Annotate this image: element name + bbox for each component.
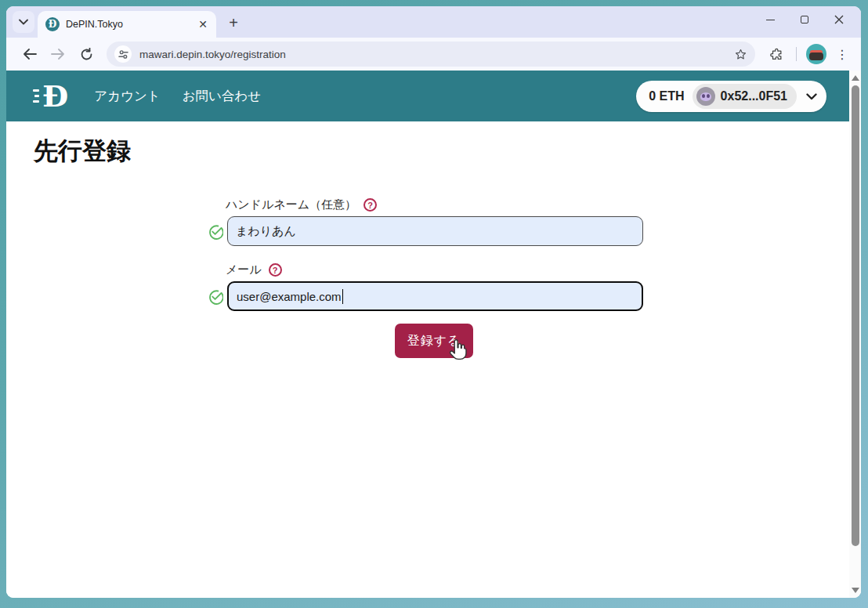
scrollbar-thumb[interactable]	[852, 85, 859, 546]
desktop-frame: Đ DePIN.Tokyo ✕ +	[0, 0, 868, 608]
nav-link-contact[interactable]: お問い合わせ	[183, 88, 262, 105]
wallet-button[interactable]: 0 ETH 0x52...0F51	[636, 81, 826, 112]
email-valid-check-icon	[208, 289, 223, 305]
triangle-down-icon	[852, 588, 859, 593]
browser-toolbar: mawari.depin.tokyo/registration ⋮	[6, 38, 861, 71]
reload-icon	[80, 48, 93, 61]
window-close-button[interactable]	[822, 8, 856, 31]
handle-label-row: ハンドルネーム（任意） ?	[226, 197, 377, 212]
bookmark-star-button[interactable]	[734, 48, 747, 61]
forward-button[interactable]	[45, 42, 71, 67]
tab-search-button[interactable]	[13, 11, 34, 33]
wallet-account-chip: 0x52...0F51	[693, 84, 797, 109]
browser-menu-button[interactable]: ⋮	[831, 43, 853, 65]
toolbar-divider	[796, 47, 797, 61]
close-icon	[834, 15, 844, 24]
page-scrollbar[interactable]	[849, 71, 861, 598]
handle-valid-check-icon	[208, 224, 223, 240]
site-nav: アカウント お問い合わせ	[94, 88, 261, 105]
email-label: メール	[226, 262, 262, 277]
scrollbar-down-button[interactable]	[849, 584, 861, 596]
back-arrow-icon	[23, 49, 37, 60]
url-text[interactable]: mawari.depin.tokyo/registration	[139, 49, 726, 60]
scrollbar-up-button[interactable]	[849, 72, 861, 84]
nav-link-account[interactable]: アカウント	[94, 88, 160, 105]
url-bar[interactable]: mawari.depin.tokyo/registration	[107, 42, 755, 67]
logo-dashes-icon	[33, 89, 39, 103]
handle-input-value: まわりあん	[236, 224, 296, 239]
new-tab-button[interactable]: +	[222, 12, 244, 34]
logo-letter: Đ	[42, 81, 67, 111]
page-content: Đ アカウント お問い合わせ 0 ETH 0x52...0F51	[6, 71, 861, 598]
extensions-button[interactable]	[763, 42, 788, 67]
email-label-row: メール ?	[226, 262, 282, 277]
email-input[interactable]: user@example.com	[227, 281, 643, 311]
reload-button[interactable]	[74, 42, 99, 67]
site-favicon-icon: Đ	[45, 17, 60, 31]
handle-input[interactable]: まわりあん	[227, 216, 643, 246]
site-logo[interactable]: Đ	[33, 81, 67, 111]
window-controls	[753, 6, 856, 33]
triangle-up-icon	[852, 75, 859, 81]
site-header: Đ アカウント お問い合わせ 0 ETH 0x52...0F51	[6, 71, 861, 121]
email-input-value: user@example.com	[237, 290, 342, 303]
browser-profile-avatar[interactable]	[806, 44, 826, 64]
tab-title: DePIN.Tokyo	[66, 19, 190, 30]
window-maximize-button[interactable]	[787, 8, 822, 31]
extensions-puzzle-icon	[769, 47, 783, 62]
chevron-down-icon	[806, 93, 817, 100]
page-title: 先行登録	[34, 135, 131, 168]
wallet-balance: 0 ETH	[649, 89, 684, 103]
star-icon	[734, 48, 747, 61]
tab-close-icon[interactable]: ✕	[196, 17, 210, 31]
handle-help-icon[interactable]: ?	[363, 198, 377, 212]
browser-window: Đ DePIN.Tokyo ✕ +	[6, 6, 861, 598]
site-settings-button[interactable]	[114, 45, 132, 63]
tune-icon	[118, 49, 128, 60]
text-caret	[342, 289, 344, 304]
submit-button[interactable]: 登録する	[395, 324, 473, 358]
wallet-address: 0x52...0F51	[721, 89, 787, 103]
minimize-icon	[766, 20, 775, 20]
forward-arrow-icon	[51, 49, 65, 60]
avatar-art	[809, 52, 823, 60]
window-minimize-button[interactable]	[753, 8, 787, 31]
chevron-down-icon	[19, 19, 28, 25]
wallet-avatar	[696, 87, 715, 106]
tab-strip: Đ DePIN.Tokyo ✕ +	[6, 6, 861, 38]
maximize-icon	[801, 16, 808, 24]
email-help-icon[interactable]: ?	[269, 263, 282, 277]
back-button[interactable]	[17, 42, 42, 67]
browser-tab[interactable]: Đ DePIN.Tokyo ✕	[38, 11, 216, 38]
handle-label: ハンドルネーム（任意）	[226, 197, 356, 212]
